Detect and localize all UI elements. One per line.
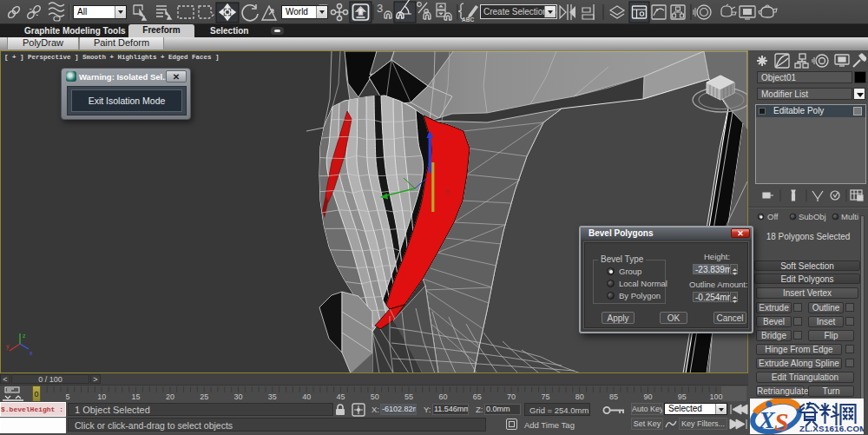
svg-text:y: y xyxy=(6,343,10,350)
svg-text:3: 3 xyxy=(377,2,383,15)
svg-text:55: 55 xyxy=(404,392,413,401)
svg-text:20: 20 xyxy=(166,392,174,401)
svg-text:x: x xyxy=(30,350,33,356)
svg-text:z: z xyxy=(23,333,26,339)
svg-text:10: 10 xyxy=(97,392,106,401)
svg-text:ZL.XS1616.COM: ZL.XS1616.COM xyxy=(799,424,864,433)
svg-text:X: X xyxy=(758,406,776,433)
svg-text:ABC: ABC xyxy=(462,16,474,23)
svg-text:60: 60 xyxy=(438,392,447,401)
svg-text:50: 50 xyxy=(371,392,379,401)
svg-text:95: 95 xyxy=(678,392,687,401)
svg-text:15: 15 xyxy=(132,392,141,401)
svg-text:65: 65 xyxy=(473,392,482,401)
svg-text:90: 90 xyxy=(643,392,652,401)
svg-text:70: 70 xyxy=(507,392,516,401)
svg-text:30: 30 xyxy=(233,392,242,401)
svg-text:45: 45 xyxy=(336,392,345,401)
svg-text:100: 100 xyxy=(709,392,722,401)
svg-text:85: 85 xyxy=(609,392,618,401)
svg-text:25: 25 xyxy=(200,392,208,401)
svg-text:80: 80 xyxy=(575,392,584,401)
svg-text:5: 5 xyxy=(65,392,69,401)
svg-text:35: 35 xyxy=(268,392,277,401)
svg-text:75: 75 xyxy=(541,392,549,401)
svg-text:40: 40 xyxy=(302,392,311,401)
svg-text:S: S xyxy=(774,407,789,434)
